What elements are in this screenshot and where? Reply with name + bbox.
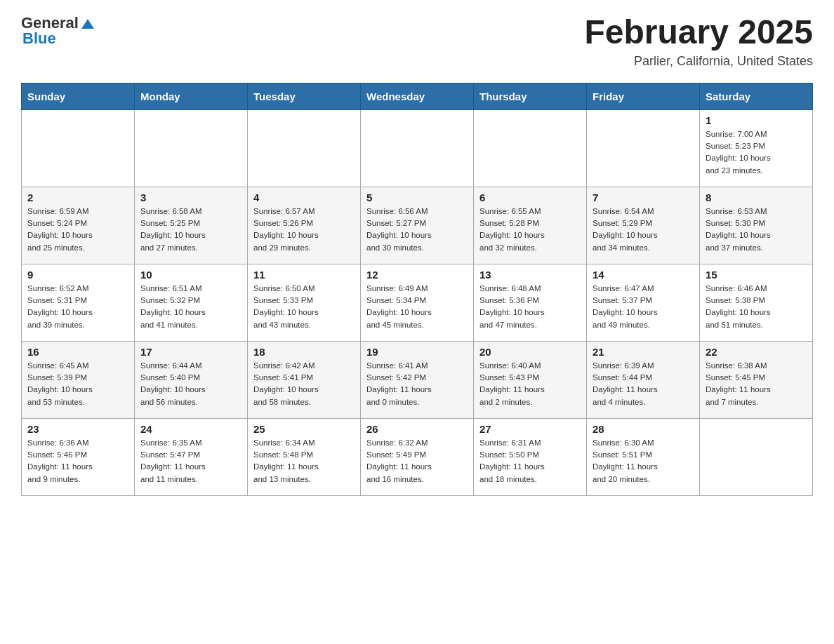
day-number: 9 [27, 269, 128, 281]
calendar-day-cell: 10Sunrise: 6:51 AM Sunset: 5:32 PM Dayli… [135, 264, 248, 341]
calendar-day-cell: 8Sunrise: 6:53 AM Sunset: 5:30 PM Daylig… [700, 187, 813, 264]
day-info: Sunrise: 6:40 AM Sunset: 5:43 PM Dayligh… [479, 360, 581, 408]
calendar-day-header: Tuesday [248, 83, 361, 109]
day-number: 25 [253, 423, 355, 435]
calendar-day-cell: 25Sunrise: 6:34 AM Sunset: 5:48 PM Dayli… [248, 418, 361, 495]
day-info: Sunrise: 6:35 AM Sunset: 5:47 PM Dayligh… [140, 437, 241, 485]
calendar-day-header: Wednesday [361, 83, 474, 109]
calendar-day-header: Friday [587, 83, 700, 109]
calendar-day-cell: 1Sunrise: 7:00 AM Sunset: 5:23 PM Daylig… [700, 109, 813, 187]
calendar-day-cell [22, 109, 135, 187]
day-info: Sunrise: 6:57 AM Sunset: 5:26 PM Dayligh… [253, 206, 355, 254]
logo-blue-text: Blue [22, 29, 56, 48]
day-info: Sunrise: 6:59 AM Sunset: 5:24 PM Dayligh… [27, 206, 128, 254]
month-title: February 2025 [584, 14, 813, 51]
calendar-day-cell: 15Sunrise: 6:46 AM Sunset: 5:38 PM Dayli… [700, 264, 813, 341]
day-number: 8 [706, 192, 807, 203]
day-number: 24 [140, 423, 241, 435]
calendar-day-cell: 23Sunrise: 6:36 AM Sunset: 5:46 PM Dayli… [22, 418, 135, 495]
day-number: 15 [706, 269, 807, 281]
calendar-day-header: Monday [135, 83, 248, 109]
calendar-day-cell [587, 109, 700, 187]
day-info: Sunrise: 6:50 AM Sunset: 5:33 PM Dayligh… [253, 283, 355, 331]
day-number: 23 [27, 423, 128, 435]
day-number: 4 [253, 192, 355, 203]
day-info: Sunrise: 6:56 AM Sunset: 5:27 PM Dayligh… [366, 206, 468, 254]
day-info: Sunrise: 6:53 AM Sunset: 5:30 PM Dayligh… [706, 206, 807, 254]
calendar-day-cell: 17Sunrise: 6:44 AM Sunset: 5:40 PM Dayli… [135, 341, 248, 418]
calendar-day-cell: 12Sunrise: 6:49 AM Sunset: 5:34 PM Dayli… [361, 264, 474, 341]
calendar-day-cell: 28Sunrise: 6:30 AM Sunset: 5:51 PM Dayli… [587, 418, 700, 495]
day-info: Sunrise: 6:42 AM Sunset: 5:41 PM Dayligh… [253, 360, 355, 408]
day-info: Sunrise: 6:38 AM Sunset: 5:45 PM Dayligh… [706, 360, 807, 408]
calendar-day-cell: 14Sunrise: 6:47 AM Sunset: 5:37 PM Dayli… [587, 264, 700, 341]
calendar-day-cell: 19Sunrise: 6:41 AM Sunset: 5:42 PM Dayli… [361, 341, 474, 418]
calendar-day-cell: 18Sunrise: 6:42 AM Sunset: 5:41 PM Dayli… [248, 341, 361, 418]
calendar-day-cell: 4Sunrise: 6:57 AM Sunset: 5:26 PM Daylig… [248, 187, 361, 264]
calendar-day-cell: 20Sunrise: 6:40 AM Sunset: 5:43 PM Dayli… [474, 341, 587, 418]
calendar-day-cell: 27Sunrise: 6:31 AM Sunset: 5:50 PM Dayli… [474, 418, 587, 495]
calendar-day-cell [135, 109, 248, 187]
calendar-day-cell: 13Sunrise: 6:48 AM Sunset: 5:36 PM Dayli… [474, 264, 587, 341]
day-info: Sunrise: 6:58 AM Sunset: 5:25 PM Dayligh… [140, 206, 241, 254]
header-right: February 2025 Parlier, California, Unite… [584, 14, 813, 69]
day-number: 16 [27, 346, 128, 358]
day-number: 18 [253, 346, 355, 358]
day-info: Sunrise: 6:51 AM Sunset: 5:32 PM Dayligh… [140, 283, 241, 331]
calendar-day-cell: 9Sunrise: 6:52 AM Sunset: 5:31 PM Daylig… [22, 264, 135, 341]
day-number: 6 [479, 192, 581, 203]
page-header: General Blue February 2025 Parlier, Cali… [21, 14, 813, 69]
day-info: Sunrise: 6:52 AM Sunset: 5:31 PM Dayligh… [27, 283, 128, 331]
day-number: 2 [27, 192, 128, 203]
day-info: Sunrise: 6:55 AM Sunset: 5:28 PM Dayligh… [479, 206, 581, 254]
logo-triangle-icon [80, 16, 95, 32]
day-number: 11 [253, 269, 355, 281]
day-info: Sunrise: 6:48 AM Sunset: 5:36 PM Dayligh… [479, 283, 581, 331]
day-number: 19 [366, 346, 468, 358]
day-info: Sunrise: 6:34 AM Sunset: 5:48 PM Dayligh… [253, 437, 355, 485]
day-info: Sunrise: 6:49 AM Sunset: 5:34 PM Dayligh… [366, 283, 468, 331]
day-number: 22 [706, 346, 807, 358]
calendar-day-cell [361, 109, 474, 187]
day-number: 17 [140, 346, 241, 358]
logo: General Blue [21, 14, 95, 48]
calendar-week-row: 2Sunrise: 6:59 AM Sunset: 5:24 PM Daylig… [22, 187, 813, 264]
day-info: Sunrise: 6:46 AM Sunset: 5:38 PM Dayligh… [706, 283, 807, 331]
day-number: 26 [366, 423, 468, 435]
location-subtitle: Parlier, California, United States [584, 54, 813, 69]
calendar-week-row: 16Sunrise: 6:45 AM Sunset: 5:39 PM Dayli… [22, 341, 813, 418]
day-info: Sunrise: 6:39 AM Sunset: 5:44 PM Dayligh… [593, 360, 694, 408]
svg-marker-0 [81, 19, 94, 29]
day-number: 14 [593, 269, 694, 281]
day-number: 20 [479, 346, 581, 358]
calendar-day-cell: 21Sunrise: 6:39 AM Sunset: 5:44 PM Dayli… [587, 341, 700, 418]
calendar-day-cell: 26Sunrise: 6:32 AM Sunset: 5:49 PM Dayli… [361, 418, 474, 495]
day-number: 12 [366, 269, 468, 281]
calendar-day-header: Saturday [700, 83, 813, 109]
day-info: Sunrise: 6:44 AM Sunset: 5:40 PM Dayligh… [140, 360, 241, 408]
calendar-day-cell: 24Sunrise: 6:35 AM Sunset: 5:47 PM Dayli… [135, 418, 248, 495]
day-number: 27 [479, 423, 581, 435]
day-number: 10 [140, 269, 241, 281]
day-info: Sunrise: 6:45 AM Sunset: 5:39 PM Dayligh… [27, 360, 128, 408]
calendar-day-cell: 2Sunrise: 6:59 AM Sunset: 5:24 PM Daylig… [22, 187, 135, 264]
day-number: 21 [593, 346, 694, 358]
day-info: Sunrise: 6:31 AM Sunset: 5:50 PM Dayligh… [479, 437, 581, 485]
day-info: Sunrise: 6:41 AM Sunset: 5:42 PM Dayligh… [366, 360, 468, 408]
calendar-table: SundayMondayTuesdayWednesdayThursdayFrid… [21, 83, 813, 496]
day-number: 13 [479, 269, 581, 281]
calendar-day-cell: 3Sunrise: 6:58 AM Sunset: 5:25 PM Daylig… [135, 187, 248, 264]
calendar-day-header: Thursday [474, 83, 587, 109]
calendar-header-row: SundayMondayTuesdayWednesdayThursdayFrid… [22, 83, 813, 109]
calendar-day-cell [474, 109, 587, 187]
calendar-day-cell: 6Sunrise: 6:55 AM Sunset: 5:28 PM Daylig… [474, 187, 587, 264]
calendar-week-row: 9Sunrise: 6:52 AM Sunset: 5:31 PM Daylig… [22, 264, 813, 341]
day-info: Sunrise: 6:54 AM Sunset: 5:29 PM Dayligh… [593, 206, 694, 254]
day-number: 7 [593, 192, 694, 203]
calendar-day-cell: 22Sunrise: 6:38 AM Sunset: 5:45 PM Dayli… [700, 341, 813, 418]
day-info: Sunrise: 6:47 AM Sunset: 5:37 PM Dayligh… [593, 283, 694, 331]
calendar-day-cell: 5Sunrise: 6:56 AM Sunset: 5:27 PM Daylig… [361, 187, 474, 264]
calendar-day-cell: 11Sunrise: 6:50 AM Sunset: 5:33 PM Dayli… [248, 264, 361, 341]
calendar-day-cell [700, 418, 813, 495]
calendar-day-cell [248, 109, 361, 187]
